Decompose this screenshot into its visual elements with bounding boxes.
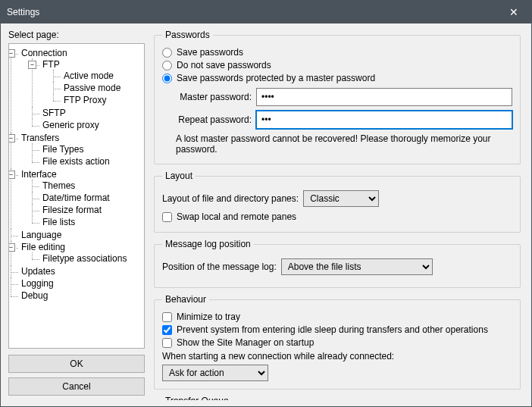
behaviour-legend: Behaviour bbox=[162, 294, 209, 305]
tree-file-exists[interactable]: File exists action bbox=[32, 155, 142, 167]
window-title: Settings bbox=[7, 7, 502, 17]
queue-legend: Transfer Queue bbox=[162, 396, 232, 400]
ok-button[interactable]: OK bbox=[8, 355, 145, 373]
passwords-group: Passwords Save passwords Do not save pas… bbox=[154, 30, 521, 164]
tree-ftp[interactable]: − FTP Active mode Passive mode FTP Proxy bbox=[32, 58, 142, 107]
radio-save-label: Save passwords bbox=[177, 47, 243, 58]
connection-action-select[interactable]: Ask for action bbox=[162, 365, 268, 381]
tree-filetype-assoc[interactable]: Filetype associations bbox=[32, 252, 142, 265]
show-sitemgr-checkbox[interactable] bbox=[162, 338, 172, 348]
queue-group: Transfer Queue Display momentary transfe… bbox=[154, 396, 521, 400]
radio-master-label: Save passwords protected by a master pas… bbox=[177, 73, 375, 83]
tree-active-mode[interactable]: Active mode bbox=[53, 70, 142, 82]
tree-logging[interactable]: Logging bbox=[11, 277, 142, 290]
tree-panel: − Connection − FTP Active mode Passive m… bbox=[8, 43, 145, 349]
tree-file-lists[interactable]: File lists bbox=[32, 216, 142, 228]
titlebar: Settings ✕ bbox=[1, 1, 531, 23]
panes-select[interactable]: Classic bbox=[303, 190, 379, 207]
tree-transfers[interactable]: − Transfers File Types File exists actio… bbox=[11, 132, 142, 168]
close-icon[interactable]: ✕ bbox=[502, 1, 525, 23]
content-area: Select page: − Connection − FTP Active m… bbox=[1, 23, 531, 406]
minimize-tray-label: Minimize to tray bbox=[177, 312, 240, 322]
tree-themes[interactable]: Themes bbox=[32, 180, 142, 192]
master-password-input[interactable] bbox=[256, 88, 512, 106]
minimize-tray-checkbox[interactable] bbox=[162, 312, 172, 322]
minus-icon[interactable]: − bbox=[8, 243, 15, 252]
passwords-legend: Passwords bbox=[162, 30, 213, 40]
minus-icon[interactable]: − bbox=[28, 61, 36, 69]
tree-file-types[interactable]: File Types bbox=[32, 143, 142, 155]
radio-master-password[interactable] bbox=[162, 74, 172, 83]
cancel-button[interactable]: Cancel bbox=[8, 377, 145, 396]
select-page-label: Select page: bbox=[8, 30, 145, 40]
minus-icon[interactable]: − bbox=[8, 49, 15, 58]
tree-updates[interactable]: Updates bbox=[11, 265, 142, 277]
panes-label: Layout of file and directory panes: bbox=[162, 193, 299, 204]
button-row: OK Cancel bbox=[8, 355, 145, 400]
tree-datetime[interactable]: Date/time format bbox=[32, 192, 142, 204]
prevent-sleep-checkbox[interactable] bbox=[162, 325, 172, 335]
msglog-pos-select[interactable]: Above the file lists bbox=[281, 258, 433, 275]
prevent-sleep-label: Prevent system from entering idle sleep … bbox=[177, 324, 488, 335]
tree-interface[interactable]: − Interface Themes Date/time format File… bbox=[11, 168, 142, 229]
tree-ftp-proxy[interactable]: FTP Proxy bbox=[53, 94, 142, 106]
layout-legend: Layout bbox=[162, 171, 196, 181]
sidebar: Select page: − Connection − FTP Active m… bbox=[8, 30, 145, 400]
msglog-legend: Message log position bbox=[162, 239, 254, 249]
repeat-password-label: Repeat password: bbox=[176, 114, 252, 125]
swap-panes-label: Swap local and remote panes bbox=[177, 211, 296, 222]
when-starting-label: When starting a new connection while alr… bbox=[162, 351, 512, 362]
password-note: A lost master password cannot be recover… bbox=[176, 133, 512, 155]
tree-language[interactable]: Language bbox=[11, 229, 142, 241]
msglog-pos-label: Position of the message log: bbox=[162, 261, 277, 272]
radio-nosave-label: Do not save passwords bbox=[177, 60, 271, 70]
radio-save-passwords[interactable] bbox=[162, 48, 172, 58]
show-sitemgr-label: Show the Site Manager on startup bbox=[177, 337, 314, 348]
tree-sftp[interactable]: SFTP bbox=[32, 107, 142, 119]
settings-panel: Passwords Save passwords Do not save pas… bbox=[151, 30, 524, 400]
minus-icon[interactable]: − bbox=[8, 171, 15, 179]
tree-connection[interactable]: − Connection − FTP Active mode Passive m… bbox=[11, 47, 142, 132]
behaviour-group: Behaviour Minimize to tray Prevent syste… bbox=[154, 294, 521, 390]
minus-icon[interactable]: − bbox=[8, 134, 15, 142]
msglog-group: Message log position Position of the mes… bbox=[154, 239, 521, 288]
swap-panes-checkbox[interactable] bbox=[162, 212, 172, 222]
settings-tree: − Connection − FTP Active mode Passive m… bbox=[11, 47, 142, 302]
radio-nosave-passwords[interactable] bbox=[162, 61, 172, 70]
settings-window: Settings ✕ Select page: − Connection − F… bbox=[0, 0, 532, 407]
master-password-label: Master password: bbox=[176, 92, 252, 102]
tree-filesize[interactable]: Filesize format bbox=[32, 204, 142, 216]
repeat-password-input[interactable] bbox=[256, 111, 512, 129]
tree-debug[interactable]: Debug bbox=[11, 290, 142, 302]
layout-group: Layout Layout of file and directory pane… bbox=[154, 171, 521, 233]
tree-generic-proxy[interactable]: Generic proxy bbox=[32, 119, 142, 131]
tree-file-editing[interactable]: − File editing Filetype associations bbox=[11, 241, 142, 265]
tree-passive-mode[interactable]: Passive mode bbox=[53, 82, 142, 94]
